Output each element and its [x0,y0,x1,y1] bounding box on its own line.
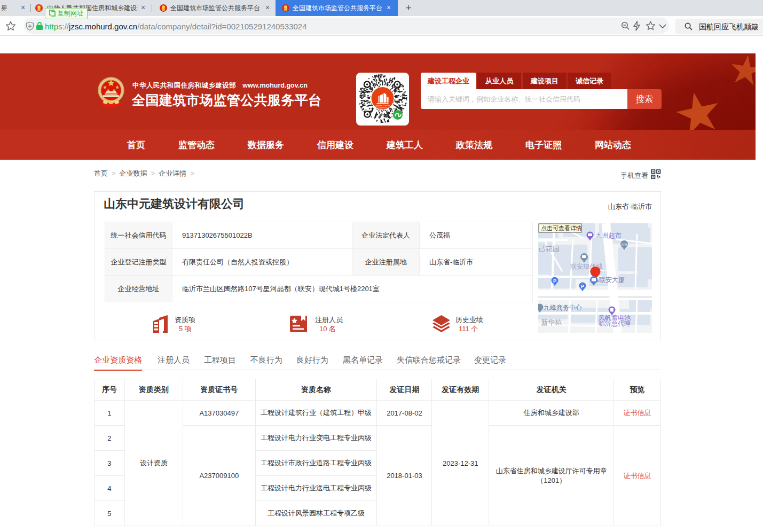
svg-text:点击可查看详情: 点击可查看详情 [541,225,582,231]
svg-text:P: P [553,278,556,284]
svg-text:九峰商务中心: 九峰商务中心 [544,304,582,311]
svg-text:临沂总代理: 临沂总代理 [599,320,631,327]
svg-text:P: P [581,284,584,289]
svg-text:新华苑: 新华苑 [541,318,562,326]
svg-text:公共服务平台: 公共服务平台 [378,107,388,109]
svg-text:九州超市: 九州超市 [596,232,622,239]
svg-text:己花园: 己花园 [539,245,560,253]
svg-text:联安大厦: 联安大厦 [599,276,625,284]
svg-text:ATM: ATM [621,243,627,246]
